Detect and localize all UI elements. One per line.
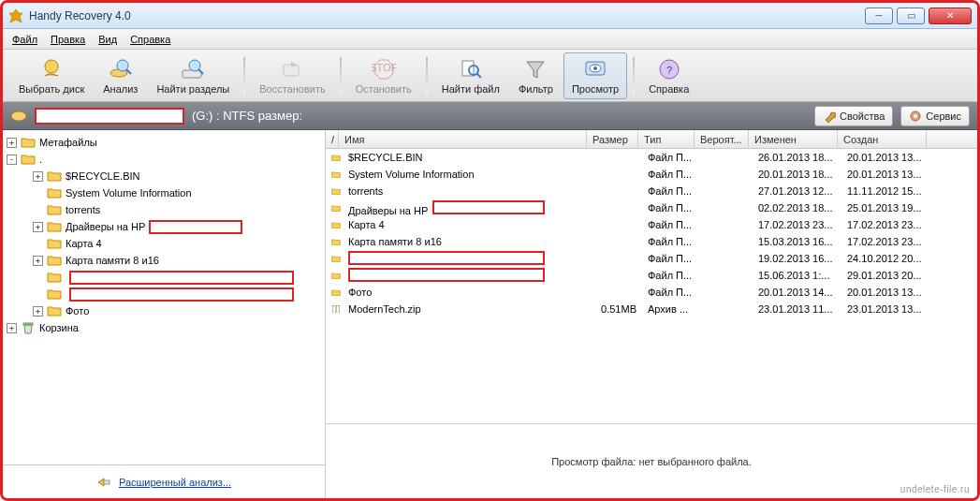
- list-row[interactable]: System Volume InformationФайл П...20.01.…: [326, 166, 977, 183]
- expand-toggle[interactable]: +: [7, 138, 17, 148]
- help-button[interactable]: ? Справка: [640, 52, 697, 99]
- list-row[interactable]: Файл П...19.02.2013 16...24.10.2012 20..…: [326, 250, 977, 267]
- list-row[interactable]: Карта 4Файл П...17.02.2013 23...17.02.20…: [326, 216, 977, 233]
- col-type[interactable]: Тип: [638, 130, 695, 148]
- file-icon: [329, 238, 343, 246]
- expand-toggle[interactable]: +: [7, 323, 17, 333]
- list-row[interactable]: Карта памяти 8 и16Файл П...15.03.2013 16…: [326, 233, 977, 250]
- list-row[interactable]: Файл П...15.06.2013 1:...29.01.2013 20..…: [326, 267, 977, 284]
- file-name: Драйверы на HP: [348, 205, 428, 216]
- tree-item[interactable]: +Корзина: [5, 319, 323, 336]
- tree-body[interactable]: +Метафайлы-.+$RECYCLE.BINSystem Volume I…: [3, 130, 325, 464]
- properties-button[interactable]: Свойства: [814, 106, 893, 126]
- col-name[interactable]: Имя: [339, 130, 587, 148]
- find-partitions-button[interactable]: Найти разделы: [148, 52, 238, 99]
- list-row[interactable]: torrentsФайл П...27.01.2013 12...11.11.2…: [326, 183, 977, 199]
- col-size[interactable]: Размер: [587, 130, 638, 148]
- funnel-icon: [523, 57, 548, 81]
- menu-view[interactable]: Вид: [98, 34, 117, 45]
- tree-item[interactable]: +$RECYCLE.BIN: [5, 168, 323, 184]
- list-row[interactable]: Драйверы на HP Файл П...02.02.2013 18...…: [326, 199, 977, 216]
- file-size: 0.51MB: [591, 303, 642, 315]
- file-icon: [329, 170, 343, 179]
- file-type: Архив ...: [642, 303, 698, 315]
- filter-button[interactable]: Фильтр: [510, 52, 562, 99]
- recover-icon: [280, 57, 304, 81]
- magnifier-disk-icon: [109, 57, 133, 81]
- file-type: Файл П...: [642, 169, 698, 180]
- file-list[interactable]: / Имя Размер Тип Вероят... Изменен Созда…: [326, 130, 977, 423]
- list-row[interactable]: $RECYCLE.BINФайл П...26.01.2013 18...20.…: [326, 149, 977, 166]
- tree-item-label: Корзина: [39, 322, 79, 333]
- app-window: Handy Recovery 4.0 ─ ▭ ✕ Файл Правка Вид…: [0, 0, 980, 501]
- file-created: 29.01.2013 20...: [841, 270, 930, 281]
- megaphone-icon: [96, 475, 113, 490]
- file-icon: [329, 154, 343, 162]
- tree-item[interactable]: +Драйверы на HP: [5, 218, 323, 235]
- expand-toggle[interactable]: +: [33, 306, 43, 317]
- file-created: 20.01.2013 13...: [841, 169, 930, 180]
- preview-button[interactable]: Просмотр: [563, 52, 627, 99]
- tree-item[interactable]: System Volume Information: [5, 184, 323, 201]
- service-button[interactable]: Сервис: [900, 106, 970, 126]
- list-row[interactable]: ModernTech.zip0.51MBАрхив ...23.01.2013 …: [326, 301, 977, 317]
- file-icon: [329, 255, 343, 263]
- analyze-label: Анализ: [103, 83, 138, 95]
- svg-point-0: [45, 60, 58, 73]
- list-row[interactable]: ФотоФайл П...20.01.2013 14...20.01.2013 …: [326, 284, 977, 301]
- file-modified: 20.01.2013 18...: [753, 169, 841, 180]
- file-modified: 20.01.2013 14...: [753, 287, 841, 298]
- col-modified[interactable]: Изменен: [749, 130, 838, 148]
- expand-toggle[interactable]: +: [33, 222, 43, 232]
- expand-toggle[interactable]: +: [33, 256, 43, 266]
- help-label: Справка: [649, 83, 689, 95]
- file-icon: [329, 221, 343, 229]
- col-sort[interactable]: /: [326, 130, 339, 148]
- menu-help[interactable]: Справка: [130, 34, 170, 45]
- redacted-box: [348, 268, 545, 282]
- menu-file[interactable]: Файл: [12, 34, 37, 45]
- tree-item[interactable]: +Метафайлы: [5, 134, 323, 151]
- close-button[interactable]: ✕: [929, 7, 972, 24]
- col-prob[interactable]: Вероят...: [695, 130, 749, 148]
- minimize-button[interactable]: ─: [865, 7, 893, 24]
- find-file-button[interactable]: Найти файл: [433, 52, 508, 99]
- select-disk-button[interactable]: Выбрать диск: [10, 52, 93, 99]
- service-label: Сервис: [926, 111, 961, 122]
- file-type: Файл П...: [642, 185, 698, 197]
- toolbar-separator: [426, 57, 428, 95]
- tree-item[interactable]: -.: [5, 151, 323, 168]
- svg-point-20: [914, 114, 917, 118]
- tree-item[interactable]: +Карта памяти 8 и16: [5, 252, 323, 269]
- file-name: $RECYCLE.BIN: [348, 152, 422, 163]
- expand-toggle[interactable]: -: [7, 155, 17, 165]
- expand-toggle[interactable]: +: [33, 171, 43, 182]
- tree-item[interactable]: Карта 4: [5, 235, 323, 252]
- recover-button: Восстановить: [251, 52, 333, 99]
- tree-item[interactable]: [5, 269, 323, 286]
- tree-item-label: .: [39, 154, 42, 165]
- extended-analysis-link[interactable]: Расширенный анализ...: [119, 477, 231, 488]
- file-type: Файл П...: [642, 202, 698, 214]
- tree-item[interactable]: [5, 286, 323, 302]
- filter-label: Фильтр: [519, 83, 553, 95]
- file-modified: 02.02.2013 18...: [753, 202, 841, 214]
- file-name: ModernTech.zip: [348, 303, 421, 315]
- tree-item-label: Карта 4: [66, 238, 102, 249]
- menu-edit[interactable]: Правка: [51, 34, 85, 45]
- col-created[interactable]: Создан: [838, 130, 927, 148]
- file-modified: 15.03.2013 16...: [753, 236, 841, 247]
- preview-label: Просмотр: [572, 83, 619, 95]
- tree-item[interactable]: +Фото: [5, 302, 323, 319]
- maximize-button[interactable]: ▭: [897, 7, 925, 24]
- svg-rect-4: [183, 70, 201, 78]
- tree-item[interactable]: torrents: [5, 201, 323, 218]
- redacted-box: [432, 200, 545, 214]
- window-controls: ─ ▭ ✕: [865, 7, 972, 24]
- hand-disk-icon: [39, 57, 64, 81]
- svg-line-12: [476, 73, 481, 78]
- tree-item-label: System Volume Information: [66, 187, 192, 199]
- analyze-button[interactable]: Анализ: [95, 52, 146, 99]
- stop-button: STOP Остановить: [347, 52, 420, 99]
- redacted-box: [149, 220, 242, 234]
